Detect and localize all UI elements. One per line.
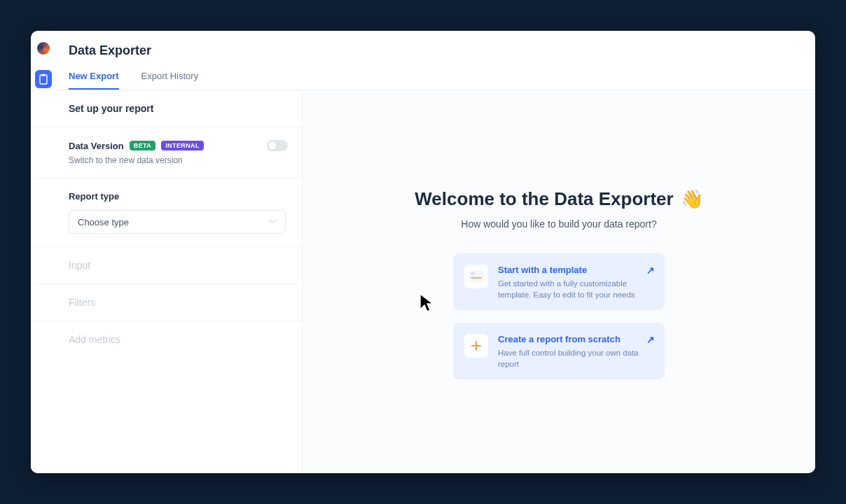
chevron-down-icon: ﹀: [269, 217, 277, 227]
card-scratch-sub: Have full control building your own data…: [498, 347, 653, 370]
badge-beta: BETA: [130, 141, 155, 150]
svg-rect-4: [471, 277, 482, 279]
left-panel: Set up your report Data Version BETA INT…: [31, 90, 303, 473]
svg-rect-1: [42, 74, 46, 76]
input-label: Input: [69, 260, 288, 271]
report-type-select[interactable]: Choose type ﹀: [69, 210, 286, 234]
add-metrics-label: Add metrics: [69, 334, 288, 345]
tab-new-export[interactable]: New Export: [69, 71, 119, 90]
page-title: Data Exporter: [69, 43, 815, 58]
svg-rect-0: [40, 75, 47, 84]
card-template-title: Start with a template: [498, 265, 653, 275]
badge-internal: INTERNAL: [161, 141, 204, 150]
clipboard-nav-button[interactable]: [35, 70, 52, 88]
plus-icon: [464, 334, 488, 358]
data-version-label: Data Version: [69, 141, 124, 151]
card-start-template[interactable]: Start with a template Get started with a…: [453, 253, 665, 310]
section-filters: Filters: [31, 284, 302, 321]
wave-emoji-icon: 👋: [681, 188, 703, 210]
card-template-sub: Get started with a fully customizable te…: [498, 278, 653, 300]
app-window: Data Exporter New Export Export History …: [31, 31, 815, 473]
filters-label: Filters: [69, 297, 288, 308]
data-version-toggle[interactable]: [267, 140, 288, 151]
arrow-icon: ↗: [646, 265, 655, 276]
section-input: Input: [31, 247, 302, 284]
side-rail: [31, 31, 56, 473]
report-type-placeholder: Choose type: [78, 217, 129, 227]
data-version-sub: Switch to the new data version: [69, 155, 288, 165]
svg-rect-3: [471, 272, 475, 275]
arrow-icon: ↗: [646, 334, 655, 345]
tab-export-history[interactable]: Export History: [141, 71, 199, 90]
body: Set up your report Data Version BETA INT…: [31, 90, 815, 473]
report-type-label: Report type: [69, 191, 288, 202]
card-create-scratch[interactable]: Create a report from scratch Have full c…: [453, 323, 665, 379]
section-data-version: Data Version BETA INTERNAL Switch to the…: [31, 127, 302, 178]
right-panel: Welcome to the Data Exporter 👋 How would…: [303, 90, 815, 473]
clipboard-icon: [39, 74, 48, 85]
section-setup: Set up your report: [31, 90, 302, 127]
welcome-sub: How would you like to build your data re…: [303, 218, 815, 230]
setup-title: Set up your report: [69, 103, 288, 114]
welcome: Welcome to the Data Exporter 👋 How would…: [303, 188, 815, 379]
tabs: New Export Export History: [69, 71, 815, 90]
template-icon: [464, 265, 488, 288]
header: Data Exporter New Export Export History: [31, 31, 815, 90]
section-report-type: Report type Choose type ﹀: [31, 178, 302, 247]
section-add-metrics: Add metrics: [31, 321, 302, 358]
welcome-title: Welcome to the Data Exporter: [415, 188, 673, 210]
card-scratch-title: Create a report from scratch: [498, 334, 653, 344]
brand-logo-icon: [37, 42, 50, 55]
